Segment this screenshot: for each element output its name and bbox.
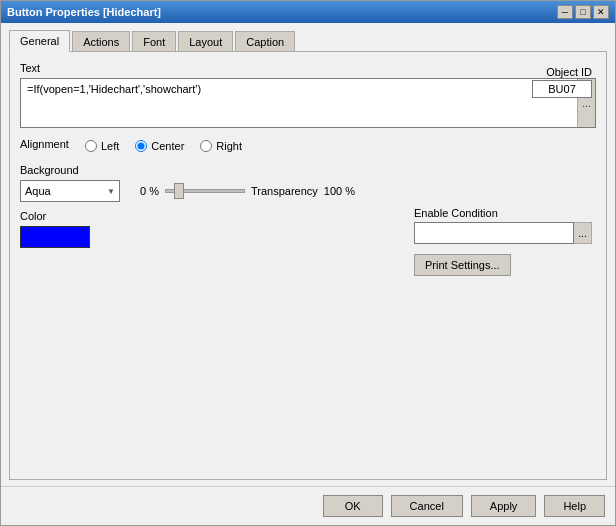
close-button[interactable]: ✕	[593, 5, 609, 19]
text-area-row: =If(vopen=1,'Hidechart','showchart') ...	[20, 78, 596, 128]
background-dropdown-value: Aqua	[25, 185, 51, 197]
apply-button[interactable]: Apply	[471, 495, 537, 517]
tab-bar: General Actions Font Layout Caption	[9, 29, 607, 51]
background-section: Background Aqua ▼ 0 % Transparency	[20, 164, 596, 202]
alignment-center-radio[interactable]	[135, 140, 147, 152]
alignment-right-option[interactable]: Right	[200, 140, 242, 152]
ok-button[interactable]: OK	[323, 495, 383, 517]
background-label: Background	[20, 164, 596, 176]
alignment-left-label: Left	[101, 140, 119, 152]
tab-caption[interactable]: Caption	[235, 31, 295, 52]
tab-content-general: Object ID BU07 Text =If(vopen=1,'Hidecha…	[9, 51, 607, 480]
alignment-label: Alignment	[20, 138, 69, 150]
title-bar: Button Properties [Hidechart] ─ □ ✕	[1, 1, 615, 23]
tab-font[interactable]: Font	[132, 31, 176, 52]
enable-condition-expand-button[interactable]: ...	[574, 222, 592, 244]
print-settings-button[interactable]: Print Settings...	[414, 254, 511, 276]
help-button[interactable]: Help	[544, 495, 605, 517]
bottom-bar: OK Cancel Apply Help	[1, 486, 615, 525]
cancel-button[interactable]: Cancel	[391, 495, 463, 517]
text-section: Text =If(vopen=1,'Hidechart','showchart'…	[20, 62, 596, 128]
enable-condition-label: Enable Condition	[414, 207, 592, 219]
transparency-slider-thumb[interactable]	[174, 183, 184, 199]
tab-general[interactable]: General	[9, 30, 70, 52]
tab-layout[interactable]: Layout	[178, 31, 233, 52]
dropdown-arrow-icon: ▼	[107, 187, 115, 196]
text-label: Text	[20, 62, 596, 74]
alignment-section: Alignment Left Center Right	[20, 138, 596, 154]
transparency-left-label: 0 %	[140, 185, 159, 197]
color-swatch[interactable]	[20, 226, 90, 248]
alignment-right-radio[interactable]	[200, 140, 212, 152]
object-id-section: Object ID BU07	[532, 66, 592, 98]
alignment-center-option[interactable]: Center	[135, 140, 184, 152]
main-window: Button Properties [Hidechart] ─ □ ✕ Gene…	[0, 0, 616, 526]
alignment-right-label: Right	[216, 140, 242, 152]
enable-condition-section: Enable Condition ... Print Settings...	[414, 207, 592, 276]
slider-container	[165, 189, 245, 193]
title-bar-controls: ─ □ ✕	[557, 5, 609, 19]
minimize-button[interactable]: ─	[557, 5, 573, 19]
alignment-center-label: Center	[151, 140, 184, 152]
alignment-left-radio[interactable]	[85, 140, 97, 152]
object-id-value: BU07	[532, 80, 592, 98]
background-dropdown[interactable]: Aqua ▼	[20, 180, 120, 202]
text-input[interactable]: =If(vopen=1,'Hidechart','showchart')	[21, 79, 577, 127]
alignment-left-option[interactable]: Left	[85, 140, 119, 152]
transparency-row: 0 % Transparency 100 %	[140, 185, 355, 197]
enable-condition-input[interactable]	[414, 222, 574, 244]
maximize-button[interactable]: □	[575, 5, 591, 19]
window-content: General Actions Font Layout Caption Obje…	[1, 23, 615, 486]
object-id-label: Object ID	[532, 66, 592, 78]
text-input-container: =If(vopen=1,'Hidechart','showchart') ...	[20, 78, 596, 128]
background-row: Aqua ▼ 0 % Transparency 100 %	[20, 180, 596, 202]
tab-actions[interactable]: Actions	[72, 31, 130, 52]
enable-condition-row: ...	[414, 222, 592, 244]
transparency-label: Transparency	[251, 185, 318, 197]
transparency-right-label: 100 %	[324, 185, 355, 197]
transparency-slider-track[interactable]	[165, 189, 245, 193]
window-title: Button Properties [Hidechart]	[7, 6, 161, 18]
